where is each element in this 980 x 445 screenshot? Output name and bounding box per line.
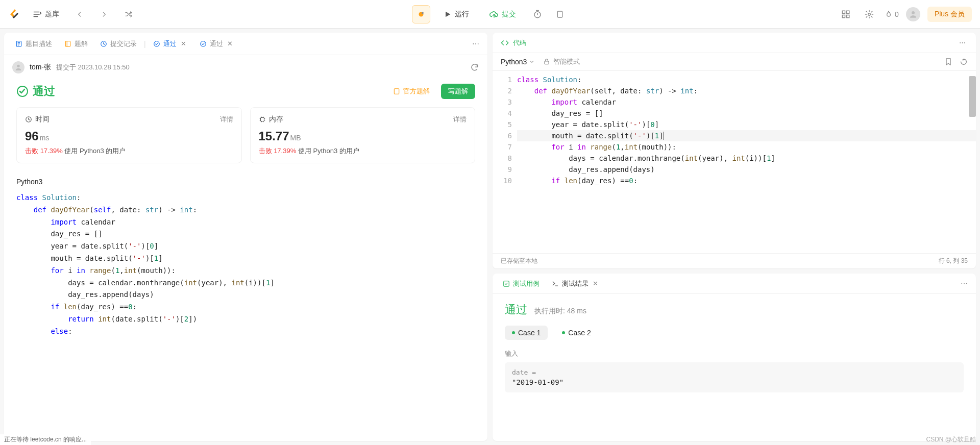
memory-unit: MB bbox=[290, 134, 301, 142]
submitter-avatar[interactable] bbox=[12, 61, 24, 73]
test-more-button[interactable]: ⋯ bbox=[959, 278, 970, 290]
test-result-tab[interactable]: 测试结果 ✕ bbox=[548, 279, 603, 288]
book-icon bbox=[393, 88, 400, 95]
editor-gutter: 12345678910 bbox=[493, 71, 517, 253]
test-tabs: 测试用例 测试结果 ✕ ⋯ bbox=[493, 274, 976, 294]
bookmark-icon[interactable] bbox=[944, 58, 952, 66]
submission-header: tom-张 提交于 2023.10.28 15:50 bbox=[4, 55, 487, 80]
svg-rect-18 bbox=[260, 118, 264, 121]
input-label: 输入 bbox=[505, 349, 964, 358]
case-1-tab[interactable]: Case 1 bbox=[505, 326, 548, 340]
right-column: 代码 ⋯ Python3 智能模式 bbox=[493, 33, 976, 441]
pass-dot-icon bbox=[562, 331, 565, 334]
memory-label: 内存 bbox=[269, 115, 283, 124]
test-body: 通过 执行用时: 48 ms Case 1 Case 2 输入 date = "… bbox=[493, 294, 976, 441]
case-2-tab[interactable]: Case 2 bbox=[555, 326, 598, 340]
time-detail-link[interactable]: 详情 bbox=[220, 115, 233, 124]
submitter-name: tom-张 bbox=[30, 63, 51, 72]
code-panel: 代码 ⋯ Python3 智能模式 bbox=[493, 33, 976, 268]
user-avatar[interactable] bbox=[906, 7, 920, 21]
prev-button[interactable] bbox=[71, 6, 88, 22]
svg-rect-4 bbox=[842, 11, 845, 13]
smart-mode[interactable]: 智能模式 bbox=[543, 57, 580, 66]
check-square-icon bbox=[503, 280, 510, 287]
time-card: 时间 详情 96ms 击败 17.39% 使用 Python3 的用户 bbox=[16, 107, 242, 163]
test-status: 通过 bbox=[505, 302, 527, 317]
svg-point-9 bbox=[912, 11, 915, 14]
main: 题目描述 题解 提交记录 | 通过 ✕ 通过 ✕ ⋯ bbox=[0, 29, 980, 445]
shuffle-button[interactable] bbox=[120, 6, 137, 22]
run-label: 运行 bbox=[455, 10, 469, 19]
svg-rect-6 bbox=[842, 15, 845, 17]
note-button[interactable] bbox=[552, 6, 568, 22]
next-button[interactable] bbox=[96, 6, 112, 22]
input-box: date = "2019-01-09" bbox=[505, 362, 964, 392]
close-icon[interactable]: ✕ bbox=[180, 39, 187, 48]
clock-icon bbox=[25, 116, 32, 123]
saved-status: 已存储至本地 bbox=[501, 257, 537, 265]
case-tabs: Case 1 Case 2 bbox=[505, 326, 964, 340]
tab-pass-1[interactable]: 通过 ✕ bbox=[148, 33, 192, 55]
close-icon[interactable]: ✕ bbox=[592, 279, 599, 288]
status-pass: 通过 bbox=[16, 84, 55, 99]
code-lang-label: Python3 bbox=[16, 178, 475, 186]
write-solution-button[interactable]: 写题解 bbox=[441, 84, 475, 99]
svg-rect-7 bbox=[847, 15, 849, 17]
settings-button[interactable] bbox=[861, 6, 877, 22]
language-select[interactable]: Python3 bbox=[501, 58, 535, 66]
editor-scrollbar[interactable] bbox=[969, 76, 976, 117]
terminal-icon bbox=[552, 280, 559, 287]
tab-pass-2[interactable]: 通过 ✕ bbox=[194, 33, 239, 55]
time-label: 时间 bbox=[35, 115, 50, 124]
left-tabs: 题目描述 题解 提交记录 | 通过 ✕ 通过 ✕ ⋯ bbox=[4, 33, 487, 55]
svg-rect-19 bbox=[545, 61, 549, 64]
memory-detail-link[interactable]: 详情 bbox=[453, 115, 467, 124]
code-editor[interactable]: 12345678910 class Solution: def dayOfYea… bbox=[493, 71, 976, 253]
tab-description[interactable]: 题目描述 bbox=[10, 33, 57, 55]
code-more-button[interactable]: ⋯ bbox=[957, 37, 968, 48]
memory-card: 内存 详情 15.77MB 击败 17.39% 使用 Python3 的用户 bbox=[250, 107, 476, 163]
run-button[interactable]: 运行 bbox=[436, 7, 476, 22]
svg-point-12 bbox=[154, 41, 159, 46]
code-header: 代码 ⋯ bbox=[493, 33, 976, 53]
svg-rect-20 bbox=[504, 281, 509, 287]
tab-submissions[interactable]: 提交记录 bbox=[95, 33, 142, 55]
more-button[interactable]: ⋯ bbox=[470, 38, 481, 50]
problem-list-label: 题库 bbox=[45, 10, 59, 19]
status-row: 通过 官方题解 写题解 bbox=[4, 80, 487, 107]
memory-value: 15.77 bbox=[259, 129, 289, 143]
reset-icon[interactable] bbox=[960, 58, 968, 66]
stats-row: 时间 详情 96ms 击败 17.39% 使用 Python3 的用户 内存 详… bbox=[4, 107, 487, 171]
svg-rect-3 bbox=[557, 11, 562, 17]
tab-editorial[interactable]: 题解 bbox=[59, 33, 93, 55]
svg-rect-16 bbox=[394, 89, 399, 94]
svg-rect-5 bbox=[847, 11, 849, 13]
debug-button[interactable] bbox=[412, 5, 430, 23]
code-block: class Solution: def dayOfYear(self, date… bbox=[16, 192, 475, 338]
submit-label: 提交 bbox=[502, 10, 516, 19]
topbar-center: 运行 提交 bbox=[412, 5, 568, 23]
plus-badge[interactable]: Plus 会员 bbox=[927, 7, 972, 22]
submit-button[interactable]: 提交 bbox=[482, 7, 523, 22]
left-panel: 题目描述 题解 提交记录 | 通过 ✕ 通过 ✕ ⋯ bbox=[4, 33, 487, 441]
timer-button[interactable] bbox=[529, 6, 546, 22]
svg-point-14 bbox=[17, 65, 19, 67]
fire-icon bbox=[885, 10, 893, 19]
problem-list-button[interactable]: 题库 bbox=[29, 8, 63, 21]
layout-button[interactable] bbox=[838, 6, 854, 22]
topbar-right: 0 Plus 会员 bbox=[838, 6, 972, 22]
browser-statusbar: 正在等待 leetcode.cn 的响应... bbox=[0, 434, 91, 445]
code-footer: 已存储至本地 行 6, 列 35 bbox=[493, 253, 976, 268]
fire-count[interactable]: 0 bbox=[885, 10, 899, 19]
editor-content[interactable]: class Solution: def dayOfYear(self, date… bbox=[517, 71, 976, 253]
svg-point-13 bbox=[200, 41, 206, 46]
time-unit: ms bbox=[40, 134, 50, 142]
official-solution-button[interactable]: 官方题解 bbox=[387, 84, 436, 99]
input-var-name: date = bbox=[512, 368, 957, 376]
test-runtime: 执行用时: 48 ms bbox=[534, 307, 586, 316]
close-icon[interactable]: ✕ bbox=[226, 39, 234, 48]
refresh-button[interactable] bbox=[470, 63, 479, 72]
testcase-tab[interactable]: 测试用例 bbox=[499, 279, 544, 288]
leetcode-logo-icon[interactable] bbox=[8, 8, 20, 20]
code-toolbar: Python3 智能模式 bbox=[493, 53, 976, 71]
